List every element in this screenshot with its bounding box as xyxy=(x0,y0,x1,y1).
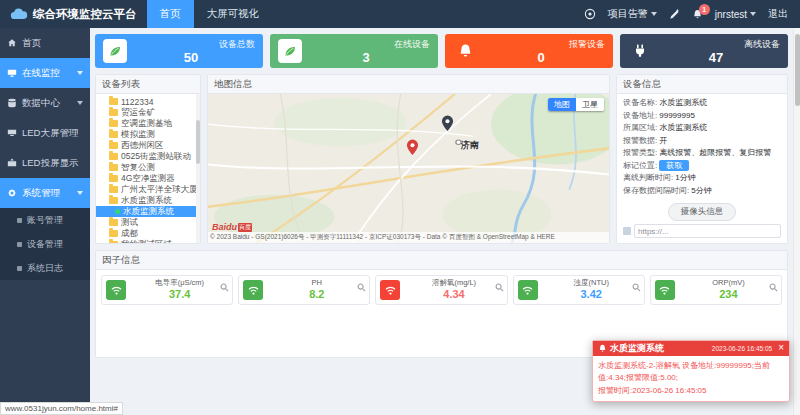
tree-item-label: 西德州闲区 xyxy=(121,140,164,151)
map-mode-button[interactable]: 地图 xyxy=(548,98,576,111)
tree-item-label: 测试 xyxy=(121,217,138,228)
broadcast-icon[interactable] xyxy=(584,8,596,20)
sidebar-subitem-devices[interactable]: 设备管理 xyxy=(0,232,90,256)
tree-item[interactable]: 1122334 xyxy=(96,96,200,107)
alarm-body: 水质监测系统-2-溶解氧 设备地址:99999995;当前值:4.34;报警限值… xyxy=(593,356,789,401)
factor-value: 37.4 xyxy=(169,288,190,301)
info-label: 报警类型: xyxy=(623,147,657,160)
camera-info-button[interactable]: 摄像头信息 xyxy=(668,203,737,221)
folder-icon xyxy=(109,164,118,171)
tree-scrollbar[interactable] xyxy=(196,94,200,243)
alarm-notification: 水质监测系统 2023-06-26 16:45:05 × 水质监测系统-2-溶解… xyxy=(592,340,790,402)
nav-bigscreen[interactable]: 大屏可视化 xyxy=(194,0,273,28)
wifi-icon xyxy=(518,280,538,300)
factor-name: 浊度(NTU) xyxy=(574,279,609,288)
info-label: 所属区域: xyxy=(623,122,657,135)
factor-card-ph: PH8.2 xyxy=(238,275,370,305)
map-pin-dark-icon[interactable] xyxy=(441,115,454,136)
tree-item[interactable]: 贸运金矿 xyxy=(96,107,200,118)
sidebar-item-system[interactable]: 系统管理 xyxy=(0,178,90,208)
map-pin-red-icon[interactable] xyxy=(406,139,419,160)
window-scrollbar[interactable] xyxy=(793,28,800,415)
sidebar-item-label: 系统管理 xyxy=(22,187,60,200)
info-row: 离线判断时间:1分钟 xyxy=(623,172,781,185)
notification-bell[interactable]: 1 xyxy=(692,9,703,20)
tree-item[interactable]: 4G空净监测器 xyxy=(96,173,200,184)
satellite-mode-button[interactable]: 卫星 xyxy=(576,98,604,111)
alarm-time: 2023-06-26 16:45:05 xyxy=(712,345,772,352)
tree-item-label: 空调监测基地 xyxy=(121,118,172,129)
sidebar-item-home[interactable]: 首页 xyxy=(0,28,90,58)
alarm-bell-icon xyxy=(598,344,607,353)
sidebar-item-led-screen[interactable]: LED大屏管理 xyxy=(0,118,90,148)
sidebar-submenu: 账号管理 设备管理 系统日志 xyxy=(0,208,90,280)
tree-item[interactable]: 测试 xyxy=(96,217,200,228)
factor-name: ORP(mV) xyxy=(712,279,745,288)
tree-item-label: 贸运金矿 xyxy=(121,107,155,118)
magnifier-icon[interactable] xyxy=(495,278,504,296)
map-layer-toggle: 地图 卫星 xyxy=(548,98,604,111)
sidebar-item-data-center[interactable]: 数据中心 xyxy=(0,88,90,118)
magnifier-icon[interactable] xyxy=(769,278,778,296)
map-attribution: © 2023 Baidu - GS(2021)6026号 - 甲测资字11111… xyxy=(208,232,609,243)
map-canvas[interactable] xyxy=(208,94,609,243)
info-value: 离线报警、超限报警、复归报警 xyxy=(659,147,771,160)
link-input[interactable] xyxy=(634,224,781,238)
map-title: 地图信息 xyxy=(208,75,609,94)
caret-down-icon xyxy=(750,12,756,16)
logout-link[interactable]: 退出 xyxy=(768,7,788,21)
magnifier-icon[interactable] xyxy=(357,278,366,296)
tree-item[interactable]: 0525街监测站联动 xyxy=(96,151,200,162)
tree-scrollbar-thumb[interactable] xyxy=(196,120,200,164)
magnifier-icon[interactable] xyxy=(220,278,229,296)
caret-down-icon xyxy=(651,12,657,16)
status-dot-icon xyxy=(115,209,120,214)
folder-icon xyxy=(109,230,118,237)
sidebar-subitem-accounts[interactable]: 账号管理 xyxy=(0,208,90,232)
caret-down-icon xyxy=(77,71,83,75)
sidebar-item-label: 在线监控 xyxy=(22,67,60,80)
bullet-icon xyxy=(17,242,22,247)
alarm-timestamp: 报警时间:2023-06-26 16:45:05 xyxy=(598,386,707,395)
edit-icon[interactable] xyxy=(669,9,680,20)
sidebar-item-label: LED大屏管理 xyxy=(22,127,78,140)
link-row xyxy=(617,224,787,238)
sidebar-item-label: 首页 xyxy=(22,37,41,50)
window-scrollbar-thumb[interactable] xyxy=(795,34,800,106)
tree-item-selected[interactable]: 水质监测系统 xyxy=(96,206,200,217)
magnifier-icon[interactable] xyxy=(632,278,641,296)
sidebar-item-online-monitor[interactable]: 在线监控 xyxy=(0,58,90,88)
tree-item[interactable]: 我的测试区域 xyxy=(96,239,200,243)
info-label: 标记位置: xyxy=(623,160,657,173)
info-label: 离线判断时间: xyxy=(623,172,673,185)
device-list-title: 设备列表 xyxy=(96,75,200,94)
factor-value: 4.34 xyxy=(443,288,464,301)
device-list-panel: 设备列表 1122334 贸运金矿 空调监测基地 模拟监测 西德州闲区 0525… xyxy=(95,74,201,244)
city-label: 济南 xyxy=(461,139,479,152)
project-alarm-menu[interactable]: 项目告警 xyxy=(608,7,657,21)
tree-item[interactable]: 广州太平洋全球大厦 xyxy=(96,184,200,195)
caret-down-icon xyxy=(77,191,83,195)
tree-item[interactable]: 空调监测基地 xyxy=(96,118,200,129)
sidebar-item-led-cast[interactable]: LED投屏显示 xyxy=(0,148,90,178)
info-label: 报警数据: xyxy=(623,135,657,148)
wifi-icon xyxy=(655,280,675,300)
tree-item[interactable]: 西德州闲区 xyxy=(96,140,200,151)
tree-item[interactable]: 水质监测系统 xyxy=(96,195,200,206)
factor-name: PH xyxy=(312,279,322,288)
baidu-logo: Baidu 百度 xyxy=(212,222,252,232)
close-icon[interactable]: × xyxy=(778,343,784,353)
folder-icon xyxy=(109,186,118,193)
tree-item-label: 智复公测 xyxy=(121,162,155,173)
alarm-message: 水质监测系统-2-溶解氧 设备地址:99999995;当前值:4.34;报警限值… xyxy=(598,361,770,382)
get-location-button[interactable]: 获取 xyxy=(659,160,689,171)
tree-item[interactable]: 智复公测 xyxy=(96,162,200,173)
device-info-panel: 设备信息 设备名称:水质监测系统 设备地址:99999995 所属区域:水质监测… xyxy=(616,74,788,244)
sidebar-subitem-label: 账号管理 xyxy=(27,214,63,227)
tree-item[interactable]: 模拟监测 xyxy=(96,129,200,140)
tree-item[interactable]: 成都 xyxy=(96,228,200,239)
nav-home[interactable]: 首页 xyxy=(147,0,194,28)
sidebar-subitem-logs[interactable]: 系统日志 xyxy=(0,256,90,280)
plug-icon xyxy=(628,39,652,63)
user-menu[interactable]: jnrstest xyxy=(715,9,756,20)
